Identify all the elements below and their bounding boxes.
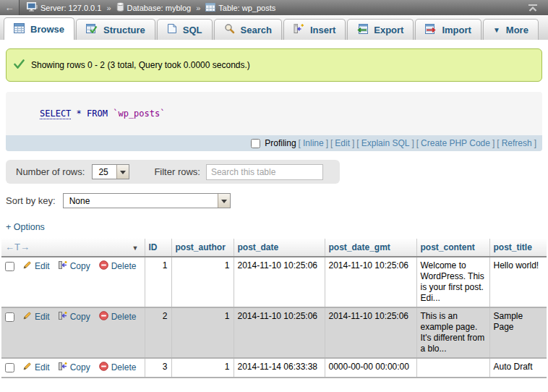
create-php-code-link[interactable]: Create PHP Code [421, 138, 490, 148]
column-header-post-date-gmt[interactable]: post_date_gmt [325, 239, 416, 257]
select-dropdown-icon [218, 194, 230, 208]
copy-row-link[interactable]: Copy [59, 362, 90, 374]
collapse-top-icon[interactable] [528, 4, 538, 12]
bracket: [ [497, 138, 499, 148]
inline-link[interactable]: Inline [303, 138, 324, 148]
breadcrumb-table[interactable]: Table: wp_posts [205, 3, 275, 13]
sort-caret-icon[interactable]: ▼ [132, 243, 139, 254]
delete-row-link[interactable]: Delete [99, 311, 137, 323]
sql-table-name: `wp_posts` [113, 108, 165, 119]
pencil-icon [22, 260, 32, 273]
table-row: Edit Copy Delete 3 1 2014-11-14 06:33:38… [1, 358, 547, 378]
cell-post-title[interactable]: Sample Page [489, 307, 547, 358]
back-arrow-icon[interactable]: ← [0, 0, 20, 15]
delete-icon [99, 311, 108, 323]
column-header-post-content[interactable]: post_content [416, 239, 489, 257]
bracket: [ [416, 138, 419, 148]
table-row: Edit Copy Delete 1 1 2014-11-10 10:25:06… [1, 257, 547, 307]
delete-label: Delete [111, 312, 137, 323]
actions-column-header[interactable]: ←T→ ▼ [1, 239, 145, 257]
tab-search[interactable]: Search [214, 19, 282, 40]
cell-id[interactable]: 2 [145, 307, 171, 358]
success-message: Showing rows 0 - 2 (3 total, Query took … [6, 48, 542, 82]
breadcrumb-server[interactable]: Server: 127.0.0.1 [27, 2, 101, 13]
copy-icon [59, 260, 67, 273]
delete-icon [99, 362, 108, 374]
transpose-arrows[interactable]: ←T→ [5, 242, 30, 252]
sql-query-text: SELECT * FROM `wp_posts` [6, 92, 542, 135]
bracket: ] [492, 138, 495, 148]
profiling-checkbox[interactable] [251, 139, 260, 148]
copy-row-link[interactable]: Copy [59, 311, 90, 323]
cell-post-date[interactable]: 2014-11-10 10:25:06 [234, 257, 325, 307]
copy-row-link[interactable]: Copy [59, 260, 90, 273]
cell-post-author[interactable]: 1 [171, 257, 234, 307]
delete-row-link[interactable]: Delete [99, 260, 137, 273]
rows-per-page-select[interactable]: 25 [92, 164, 129, 179]
copy-icon [59, 311, 67, 323]
rows-controls-bar: Number of rows: 25 Filter rows: [6, 160, 340, 184]
cell-post-title[interactable]: Auto Draft [489, 358, 547, 378]
sql-star: * [77, 108, 82, 119]
tab-browse[interactable]: Browse [4, 17, 74, 40]
bracket: ] [411, 138, 414, 148]
sort-row: Sort by key: None [6, 193, 548, 208]
edit-row-link[interactable]: Edit [22, 260, 50, 273]
tab-import[interactable]: Import [415, 19, 481, 40]
filter-rows-input[interactable] [206, 164, 323, 180]
tab-sql-label: SQL [183, 25, 202, 35]
cell-post-content[interactable]: Welcome to WordPress. This is your first… [416, 257, 489, 307]
breadcrumb-table-label: Table: wp_posts [218, 4, 275, 12]
column-header-post-author[interactable]: post_author [171, 239, 234, 257]
breadcrumb-database[interactable]: Database: myblog [116, 2, 192, 13]
row-checkbox[interactable] [5, 262, 14, 271]
tab-insert[interactable]: Insert [283, 19, 346, 40]
sql-keyword-select[interactable]: SELECT [40, 108, 71, 119]
breadcrumb-server-label: Server: 127.0.0.1 [40, 4, 101, 12]
column-header-post-date[interactable]: post_date [234, 239, 325, 257]
cell-post-date[interactable]: 2014-11-14 06:33:38 [234, 358, 325, 378]
bracket: ] [534, 138, 536, 148]
edit-label: Edit [35, 362, 50, 373]
row-checkbox[interactable] [5, 312, 14, 322]
pencil-icon [22, 362, 32, 374]
edit-row-link[interactable]: Edit [22, 362, 50, 374]
number-of-rows-label: Number of rows: [16, 166, 85, 177]
cell-post-content[interactable] [416, 358, 489, 378]
structure-icon [86, 24, 98, 36]
cell-post-date-gmt[interactable]: 0000-00-00 00:00:00 [325, 358, 416, 378]
pencil-icon [22, 311, 32, 323]
explain-sql-link[interactable]: Explain SQL [361, 138, 410, 148]
cell-post-date-gmt[interactable]: 2014-11-10 10:25:06 [325, 307, 416, 358]
column-header-id[interactable]: ID [145, 239, 171, 257]
refresh-link[interactable]: Refresh [502, 138, 532, 148]
cell-post-date[interactable]: 2014-11-10 10:25:06 [234, 307, 325, 358]
edit-query-link[interactable]: Edit [335, 138, 350, 148]
tab-export[interactable]: Export [347, 19, 414, 40]
cell-id[interactable]: 1 [145, 257, 171, 307]
bracket: [ [330, 138, 333, 148]
cell-post-date-gmt[interactable]: 2014-11-10 10:25:06 [325, 257, 416, 307]
tab-sql[interactable]: SQL [157, 19, 213, 40]
cell-post-content[interactable]: This is an example page. It's different … [416, 307, 489, 358]
browse-icon [14, 23, 25, 35]
sort-by-key-label: Sort by key: [6, 195, 56, 206]
cell-post-author[interactable]: 1 [171, 307, 234, 358]
results-table: ←T→ ▼ ID post_author post_date post_date… [1, 239, 547, 378]
row-checkbox[interactable] [5, 363, 14, 372]
cell-id[interactable]: 3 [145, 358, 171, 378]
sort-by-key-select[interactable]: None [63, 193, 231, 208]
cell-post-author[interactable]: 1 [171, 358, 234, 378]
tab-structure[interactable]: Structure [76, 19, 155, 40]
insert-icon [294, 23, 304, 36]
edit-row-link[interactable]: Edit [22, 311, 50, 323]
table-row: Edit Copy Delete 2 1 2014-11-10 10:25:06… [1, 307, 547, 358]
bracket: [ [299, 138, 301, 148]
cell-post-title[interactable]: Hello world! [489, 257, 547, 307]
tab-structure-label: Structure [103, 25, 145, 35]
tab-search-label: Search [241, 25, 272, 35]
tab-more[interactable]: ▼ More [483, 19, 539, 40]
options-toggle-link[interactable]: + Options [6, 222, 45, 232]
delete-row-link[interactable]: Delete [99, 362, 137, 374]
column-header-post-title[interactable]: post_title [489, 239, 547, 257]
